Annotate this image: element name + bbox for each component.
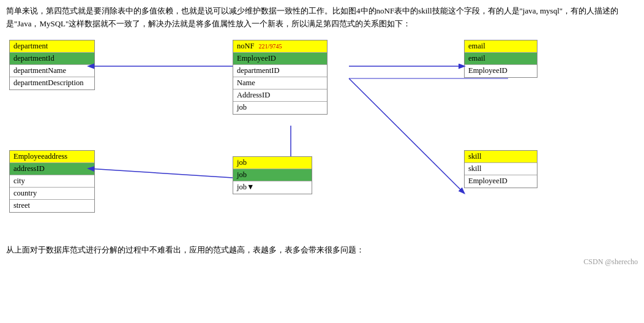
nonf-row-4: job xyxy=(233,102,327,114)
nonf-title: noNF 221/9745 xyxy=(233,40,327,53)
nonf-row-2: Name xyxy=(233,77,327,89)
nonf-row-1: departmentID xyxy=(233,65,327,77)
intro-text: 简单来说，第四范式就是要消除表中的多值依赖，也就是说可以减少维护数据一致性的工作… xyxy=(6,5,638,31)
table-nonf: noNF 221/9745 EmployeeID departmentID Na… xyxy=(233,40,328,115)
skill-row-0: skill xyxy=(465,163,537,175)
diagram-area: department departmentId departmentName d… xyxy=(6,37,638,239)
svg-line-2 xyxy=(89,169,233,178)
table-job: job job job▼ xyxy=(233,156,312,194)
skill-title: skill xyxy=(465,151,537,163)
dept-row-2: departmentDescription xyxy=(10,77,94,89)
dept-row-1: departmentName xyxy=(10,65,94,77)
job-title: job xyxy=(233,157,312,169)
table-email: email email EmployeeID xyxy=(464,40,537,78)
footer-text: 从上面对于数据库范式进行分解的过程中不难看出，应用的范式越高，表越多，表多会带来… xyxy=(6,244,638,257)
dept-row-0: departmentId xyxy=(10,53,94,65)
csdn-credit: CSDN @sherecho xyxy=(6,257,638,267)
empaddr-title: Employeeaddress xyxy=(10,151,94,163)
empaddr-row-2: country xyxy=(10,188,94,200)
job-row-1: job▼ xyxy=(233,181,312,194)
job-row-0: job xyxy=(233,169,312,181)
email-title: email xyxy=(465,40,537,53)
email-row-0: email xyxy=(465,53,537,65)
table-skill: skill skill EmployeeID xyxy=(464,150,537,188)
nonf-row-0: EmployeeID xyxy=(233,53,327,65)
empaddr-row-3: street xyxy=(10,200,94,212)
empaddr-row-1: city xyxy=(10,175,94,188)
skill-row-1: EmployeeID xyxy=(465,175,537,188)
empaddr-row-0: addressID xyxy=(10,163,94,175)
email-row-1: EmployeeID xyxy=(465,65,537,77)
table-employeeaddress: Employeeaddress addressID city country s… xyxy=(9,150,95,213)
nonf-row-3: AddressID xyxy=(233,89,327,102)
dept-title: department xyxy=(10,40,94,53)
svg-line-5 xyxy=(349,78,464,193)
table-department: department departmentId departmentName d… xyxy=(9,40,95,90)
